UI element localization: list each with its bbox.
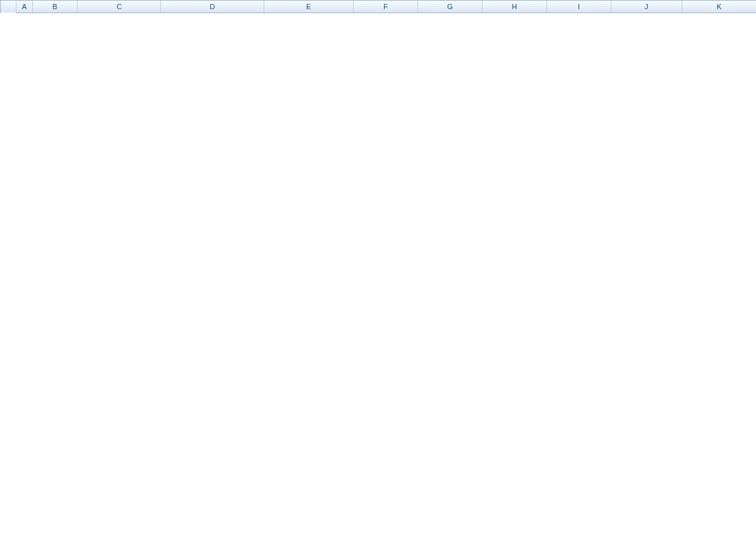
col-header-A[interactable]: A xyxy=(16,1,32,12)
row-headers: 1234567891011121314151617181920212223242… xyxy=(1,12,16,13)
spreadsheet: ABCDEFGHIJK 1234567891011121314151617181… xyxy=(0,0,756,13)
sheet-content: Home Loan Amortization Schedule Calculat… xyxy=(16,12,756,13)
col-header-K[interactable]: K xyxy=(682,1,756,12)
column-headers: ABCDEFGHIJK xyxy=(1,1,756,13)
col-header-D[interactable]: D xyxy=(161,1,264,12)
col-header-G[interactable]: G xyxy=(418,1,483,12)
col-header-E[interactable]: E xyxy=(264,1,354,12)
col-header-C[interactable]: C xyxy=(78,1,161,12)
row-header-1[interactable]: 1 xyxy=(1,12,16,13)
col-header-I[interactable]: I xyxy=(547,1,611,12)
page-title: Home Loan Amortization Schedule Calculat… xyxy=(16,12,756,13)
col-header-H[interactable]: H xyxy=(483,1,547,12)
col-header-F[interactable]: F xyxy=(354,1,418,12)
col-header-B[interactable]: B xyxy=(33,1,78,12)
col-header-J[interactable]: J xyxy=(611,1,682,12)
